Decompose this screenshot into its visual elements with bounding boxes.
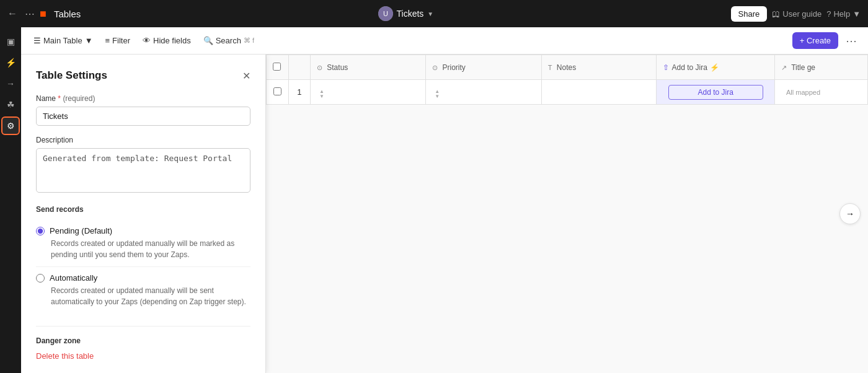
jira-col-icon: ⇧ — [663, 63, 669, 72]
add-to-jira-row-button[interactable]: Add to Jira — [668, 85, 763, 100]
search-button[interactable]: 🔍 Search ⌘ f — [198, 33, 259, 48]
td-row-num: 1 — [288, 80, 310, 105]
td-status[interactable]: ▲▼ — [310, 80, 425, 105]
back-icon[interactable]: ← — [7, 8, 17, 19]
more-options-icon[interactable]: ⋯ — [842, 33, 861, 49]
sidebar-eye-icon[interactable]: ☘ — [1, 95, 20, 114]
top-nav: ← ⋯ ■ Tables U Tickets ▼ Share 🕮 User gu… — [0, 0, 868, 27]
select-all-checkbox[interactable] — [273, 63, 281, 71]
priority-col-label: Priority — [443, 63, 466, 72]
automatically-radio-row: Automatically — [36, 273, 250, 283]
radio-group: Pending (Default) Records created or upd… — [36, 220, 250, 314]
workspace-name[interactable]: Tickets — [397, 9, 424, 19]
td-title-gen[interactable]: All mapped — [775, 80, 868, 105]
description-label: Description — [36, 136, 250, 144]
sort-arrows-priority: ▲▼ — [435, 89, 440, 99]
description-textarea[interactable]: Generated from template: Request Portal — [36, 148, 250, 193]
user-guide-link[interactable]: 🕮 User guide — [772, 9, 822, 19]
svg-text:U: U — [383, 10, 388, 17]
toolbar: ☰ Main Table ▼ ≡ Filter 👁 Hide fields 🔍 … — [21, 27, 868, 55]
create-button[interactable]: + Create — [792, 32, 838, 49]
table-settings-panel: Table Settings ✕ Name * (required) Descr… — [21, 55, 266, 373]
content-area: ☰ Main Table ▼ ≡ Filter 👁 Hide fields 🔍 … — [21, 27, 868, 373]
pending-radio-row: Pending (Default) — [36, 226, 250, 235]
filter-icon: ≡ — [105, 36, 110, 45]
pending-description: Records created or updated manually will… — [36, 238, 250, 260]
data-table: ⊙ Status ⊙ Priority T Notes — [266, 55, 868, 105]
th-add-jira[interactable]: ⇧ Add to Jira ⚡ — [657, 55, 775, 80]
sidebar-zaps-icon[interactable]: ⚡ — [1, 53, 20, 72]
th-row-num — [288, 55, 310, 80]
help-link[interactable]: ? Help ▼ — [826, 9, 861, 19]
hide-fields-button[interactable]: 👁 Hide fields — [138, 33, 196, 48]
automatically-radio[interactable] — [36, 274, 45, 283]
share-button[interactable]: Share — [731, 6, 768, 22]
th-status[interactable]: ⊙ Status — [310, 55, 425, 80]
td-add-jira: Add to Jira — [657, 80, 775, 105]
main-layout: ▣ ⚡ → ☘ ⚙ ☰ Main Table ▼ ≡ Filter 👁 Hide… — [0, 27, 868, 373]
search-icon: 🔍 — [203, 36, 213, 45]
automatically-option: Automatically Records created or updated… — [36, 267, 250, 314]
sidebar-settings-icon[interactable]: ⚙ — [1, 116, 20, 135]
notes-col-label: Notes — [557, 63, 576, 72]
chevron-down-icon: ▼ — [427, 11, 433, 17]
avatar: U — [378, 6, 393, 21]
title-gen-col-icon: ↗ — [781, 64, 787, 71]
left-sidebar: ▣ ⚡ → ☘ ⚙ — [0, 27, 21, 373]
table-row: 1 ▲▼ ▲▼ Add to Jira — [267, 80, 868, 105]
priority-col-icon: ⊙ — [432, 64, 438, 71]
book-icon: 🕮 — [772, 9, 780, 19]
automatically-label[interactable]: Automatically — [50, 273, 97, 283]
main-table-selector[interactable]: ☰ Main Table ▼ — [29, 33, 98, 48]
panel-title: Table Settings — [36, 69, 107, 82]
all-mapped-text: All mapped — [781, 89, 825, 96]
eye-icon: 👁 — [143, 36, 151, 45]
name-input[interactable] — [36, 107, 250, 126]
danger-zone-section: Danger zone Delete this table — [36, 326, 250, 361]
scroll-right-button[interactable]: → — [839, 203, 861, 224]
th-priority[interactable]: ⊙ Priority — [426, 55, 542, 80]
th-notes[interactable]: T Notes — [541, 55, 657, 80]
title-gen-col-label: Title ge — [791, 63, 815, 72]
td-checkbox — [267, 80, 289, 105]
danger-zone-label: Danger zone — [36, 336, 250, 345]
sidebar-apps-icon[interactable]: ▣ — [1, 32, 20, 51]
lightning-col-icon: ⚡ — [710, 63, 719, 72]
delete-table-link[interactable]: Delete this table — [36, 351, 94, 361]
status-col-icon: ⊙ — [317, 64, 322, 71]
pending-radio[interactable] — [36, 227, 45, 235]
pending-label[interactable]: Pending (Default) — [50, 226, 112, 235]
description-field-group: Description Generated from template: Req… — [36, 136, 250, 195]
grid-icon[interactable]: ⋯ — [25, 8, 35, 20]
row-checkbox[interactable] — [273, 87, 281, 95]
th-checkbox — [267, 55, 289, 80]
send-records-label: Send records — [36, 205, 250, 214]
table-header-row: ⊙ Status ⊙ Priority T Notes — [267, 55, 868, 80]
name-label: Name * (required) — [36, 94, 250, 103]
zapier-logo: ■ — [40, 7, 46, 20]
add-jira-col-label: Add to Jira — [671, 63, 707, 72]
panel-close-button[interactable]: ✕ — [242, 70, 250, 82]
search-shortcut: ⌘ f — [244, 37, 254, 45]
chevron-table-icon: ▼ — [85, 36, 93, 45]
status-col-label: Status — [327, 63, 348, 72]
table-area: Table Settings ✕ Name * (required) Descr… — [21, 55, 868, 373]
td-priority[interactable]: ▲▼ — [426, 80, 542, 105]
pending-option: Pending (Default) Records created or upd… — [36, 220, 250, 267]
app-name: Tables — [54, 9, 81, 19]
sort-arrows-status: ▲▼ — [319, 89, 324, 99]
table-icon: ☰ — [33, 36, 41, 45]
toolbar-right: + Create ⋯ — [792, 32, 861, 49]
panel-header: Table Settings ✕ — [36, 69, 250, 82]
th-title-gen[interactable]: ↗ Title ge — [775, 55, 868, 80]
sidebar-tables-icon[interactable]: → — [1, 74, 20, 93]
filter-button[interactable]: ≡ Filter — [100, 33, 135, 48]
td-notes[interactable] — [541, 80, 657, 105]
help-icon: ? — [826, 9, 831, 19]
send-records-group: Send records Pending (Default) Records c… — [36, 205, 250, 314]
chevron-help-icon: ▼ — [852, 9, 861, 19]
name-field-group: Name * (required) — [36, 94, 250, 126]
nav-center: U Tickets ▼ — [86, 6, 725, 21]
automatically-description: Records created or updated manually will… — [36, 285, 250, 307]
notes-col-icon: T — [548, 64, 552, 71]
